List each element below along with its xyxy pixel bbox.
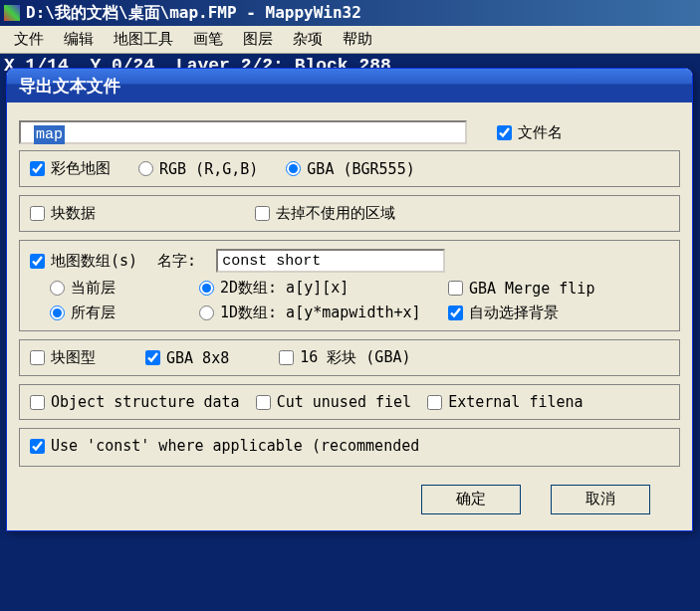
main-titlebar: D:\我的文档\桌面\map.FMP - MappyWin32 (0, 0, 700, 26)
app-icon (4, 5, 20, 21)
useconst-check-input[interactable] (30, 439, 45, 454)
rgb-radio-input[interactable] (138, 161, 153, 176)
arr2d-radio[interactable]: 2D数组: a[y][x] (199, 279, 448, 298)
rgb-label: RGB (R,G,B) (159, 160, 258, 178)
menu-file[interactable]: 文件 (4, 26, 54, 53)
arr1d-label: 1D数组: a[y*mapwidth+x] (220, 304, 421, 322)
arr1d-radio-input[interactable] (199, 306, 214, 320)
menu-edit[interactable]: 编辑 (54, 26, 104, 53)
rgb-radio[interactable]: RGB (R,G,B) (138, 160, 258, 178)
blockgfx-check-input[interactable] (30, 350, 45, 365)
main-window: D:\我的文档\桌面\map.FMP - MappyWin32 文件 编辑 地图… (0, 0, 700, 611)
currentlayer-label: 当前层 (71, 279, 116, 298)
gba8x8-checkbox[interactable]: GBA 8x8 (145, 349, 229, 367)
colormap-group: 彩色地图 RGB (R,G,B) GBA (BGR555) (19, 150, 680, 187)
blockdata-label: 块数据 (51, 204, 96, 223)
blockgfx-label: 块图型 (51, 348, 96, 367)
filename-selection: map (34, 125, 65, 144)
objstruct-group: Object structure data Cut unused fiel Ex… (19, 384, 680, 420)
removeunused-label: 去掉不使用的区域 (276, 204, 395, 223)
dialog-title: 导出文本文件 (19, 75, 120, 98)
autobg-checkbox[interactable]: 自动选择背景 (448, 304, 669, 322)
useconst-checkbox[interactable]: Use 'const' where applicable (recommende… (30, 437, 419, 455)
cutunused-label: Cut unused fiel (277, 393, 411, 411)
blockgfx-checkbox[interactable]: 块图型 (30, 348, 96, 367)
cancel-button[interactable]: 取消 (551, 485, 650, 514)
filename-check-input[interactable] (497, 125, 512, 140)
export-dialog: 导出文本文件 map 文件名 彩色地图 (6, 68, 693, 531)
ok-button[interactable]: 确定 (421, 485, 521, 514)
autobg-check-input[interactable] (448, 306, 463, 320)
blockdata-group: 块数据 去掉不使用的区域 (19, 195, 680, 232)
work-area: X 1/14, Y 0/24. Layer 2/2: Block 288 导出文… (0, 54, 700, 611)
externalfile-checkbox[interactable]: External filena (427, 393, 583, 411)
colors16-label: 16 彩块 (GBA) (300, 348, 410, 367)
cutunused-checkbox[interactable]: Cut unused fiel (256, 393, 411, 411)
currentlayer-radio-input[interactable] (50, 281, 65, 296)
menu-help[interactable]: 帮助 (333, 26, 382, 53)
useconst-group: Use 'const' where applicable (recommende… (19, 428, 680, 467)
alllayers-radio[interactable]: 所有层 (50, 304, 199, 322)
arr2d-radio-input[interactable] (199, 281, 214, 296)
colormap-checkbox[interactable]: 彩色地图 (30, 159, 111, 178)
main-title: D:\我的文档\桌面\map.FMP - MappyWin32 (26, 3, 361, 24)
colormap-check-input[interactable] (30, 161, 45, 176)
colors16-check-input[interactable] (279, 350, 294, 365)
maparrays-group: 地图数组(s) 名字: 当前层 2D数组: a[y][x] (19, 240, 680, 331)
filename-row: map 文件名 (19, 120, 680, 144)
arr2d-label: 2D数组: a[y][x] (220, 279, 349, 298)
name-input[interactable] (216, 249, 445, 273)
gba8x8-check-input[interactable] (145, 350, 160, 365)
alllayers-label: 所有层 (71, 304, 116, 322)
maparrays-label: 地图数组(s) (51, 252, 137, 271)
useconst-label: Use 'const' where applicable (recommende… (51, 437, 419, 455)
colors16-checkbox[interactable]: 16 彩块 (GBA) (279, 348, 410, 367)
menubar: 文件 编辑 地图工具 画笔 图层 杂项 帮助 (0, 26, 700, 54)
objstruct-checkbox[interactable]: Object structure data (30, 393, 240, 411)
gba-label: GBA (BGR555) (307, 160, 414, 178)
arr1d-radio[interactable]: 1D数组: a[y*mapwidth+x] (199, 304, 448, 322)
gba-radio[interactable]: GBA (BGR555) (286, 160, 414, 178)
colormap-label: 彩色地图 (51, 159, 111, 178)
removeunused-checkbox[interactable]: 去掉不使用的区域 (255, 204, 395, 223)
alllayers-radio-input[interactable] (50, 306, 65, 320)
cutunused-check-input[interactable] (256, 395, 271, 410)
blockgfx-group: 块图型 GBA 8x8 16 彩块 (GBA) (19, 339, 680, 376)
filename-input[interactable] (19, 120, 467, 144)
objstruct-label: Object structure data (51, 393, 240, 411)
gbamerge-checkbox[interactable]: GBA Merge flip (448, 280, 669, 298)
gbamerge-check-input[interactable] (448, 281, 463, 296)
menu-brush[interactable]: 画笔 (183, 26, 233, 53)
dialog-titlebar: 导出文本文件 (7, 69, 692, 102)
maparrays-checkbox[interactable]: 地图数组(s) (30, 252, 137, 271)
menu-layer[interactable]: 图层 (233, 26, 283, 53)
dialog-body: map 文件名 彩色地图 RGB (R,G,B) (7, 102, 692, 530)
externalfile-check-input[interactable] (427, 395, 442, 410)
currentlayer-radio[interactable]: 当前层 (50, 279, 199, 298)
maparrays-check-input[interactable] (30, 254, 45, 269)
externalfile-label: External filena (448, 393, 583, 411)
menu-misc[interactable]: 杂项 (283, 26, 333, 53)
gba-radio-input[interactable] (286, 161, 301, 176)
menu-maptools[interactable]: 地图工具 (104, 26, 183, 53)
autobg-label: 自动选择背景 (469, 304, 559, 322)
filename-check-label: 文件名 (518, 123, 563, 142)
gbamerge-label: GBA Merge flip (469, 280, 594, 298)
blockdata-checkbox[interactable]: 块数据 (30, 204, 96, 223)
dialog-buttons: 确定 取消 (19, 485, 680, 514)
name-label: 名字: (157, 252, 196, 271)
removeunused-check-input[interactable] (255, 206, 270, 221)
blockdata-check-input[interactable] (30, 206, 45, 221)
objstruct-check-input[interactable] (30, 395, 45, 410)
filename-checkbox[interactable]: 文件名 (497, 123, 563, 142)
gba8x8-label: GBA 8x8 (166, 349, 229, 367)
